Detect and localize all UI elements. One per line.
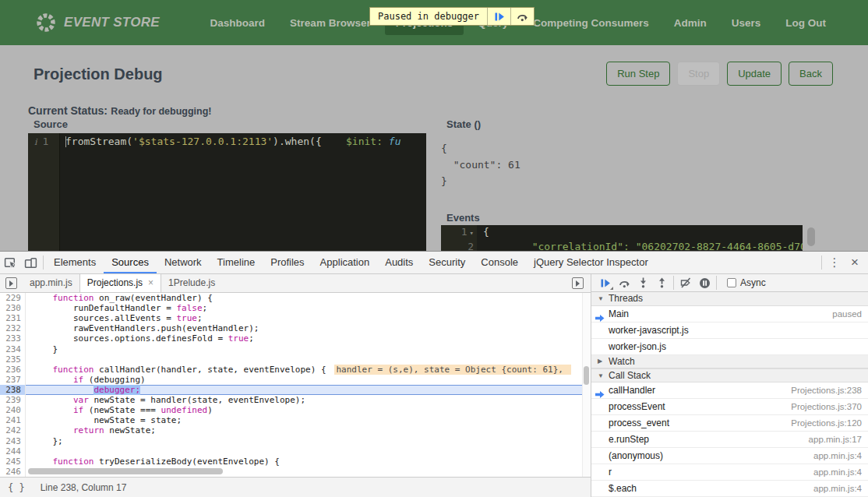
async-checkbox[interactable] [727,278,736,287]
brand-text: EVENT STORE [64,15,160,30]
line-number-236[interactable]: 236 [0,365,26,375]
nav-item-stream-browser[interactable]: Stream Browser [279,11,382,35]
call-stack-section-header[interactable]: ▼ Call Stack [591,368,868,382]
device-toolbar-button[interactable] [20,252,41,273]
stack-frame-processevent[interactable]: processEventProjections.js:370 [591,399,868,415]
eventstore-brand[interactable]: EVENT STORE [35,0,160,45]
tab-application[interactable]: Application [312,252,378,273]
line-number-243[interactable]: 243 [0,436,26,446]
pause-on-exceptions-button[interactable] [695,274,714,291]
pretty-print-button[interactable]: { } [0,482,33,493]
step-over-icon [517,12,528,22]
thread-worker-json-js[interactable]: worker-json.js [591,339,868,355]
nav-item-users[interactable]: Users [721,11,772,35]
stack-frame-e-runstep[interactable]: e.runStepapp.min.js:17 [591,432,868,448]
file-tab-app-min-js[interactable]: app.min.js [23,274,79,292]
line-number-238[interactable]: 238 [0,385,26,395]
vertical-scrollbar[interactable] [582,293,591,477]
tab-console[interactable]: Console [473,252,526,273]
watch-section-header[interactable]: ▶ Watch [591,355,868,369]
editor-status-bar: { } Line 238, Column 17 [0,477,591,497]
line-number-245[interactable]: 245 [0,456,26,467]
inspect-element-button[interactable] [0,252,20,273]
tab-timeline[interactable]: Timeline [210,252,263,273]
events-line-number: 1▾ [441,225,477,240]
source-code-editor[interactable]: i1 fromStream('$stats-127.0.0.1:2113').w… [28,133,426,251]
line-number-241[interactable]: 241 [0,415,26,425]
line-number-240[interactable]: 240 [0,405,26,415]
back-button[interactable]: Back [789,62,833,86]
deactivate-breakpoints-button[interactable] [676,274,695,291]
step-over-button[interactable] [615,274,633,291]
line-number-235[interactable]: 235 [0,354,26,365]
stack-frame-r[interactable]: rapp.min.js:4 [591,464,868,481]
line-number-230[interactable]: 230 [0,303,26,313]
stack-frame-callhandler[interactable]: callHandlerProjections.js:238 [591,382,868,399]
async-checkbox-wrap[interactable]: Async [727,277,766,288]
tab-network[interactable]: Network [157,252,210,273]
line-number-246[interactable]: 246 [0,467,26,477]
file-tab-projections-js[interactable]: Projections.js× [79,274,161,292]
current-position-arrow-icon [595,315,605,322]
tab-audits[interactable]: Audits [377,252,421,273]
events-scrollbar-thumb[interactable] [807,227,815,246]
fold-marker-icon[interactable]: ▾ [470,229,474,237]
resume-script-button[interactable] [487,8,510,25]
nav-item-admin[interactable]: Admin [663,11,718,35]
gutter-info-marker: i [34,137,37,147]
file-tab-1prelude-js[interactable]: 1Prelude.js [161,274,222,292]
close-devtools-icon[interactable]: × [845,252,865,273]
debugger-sidebar: Async ▼ Threads Mainpausedworker-javascr… [591,274,868,497]
tab-security[interactable]: Security [421,252,473,273]
horizontal-scrollbar-thumb[interactable] [28,468,223,474]
line-number-237[interactable]: 237 [0,375,26,385]
stack-frame-process-event[interactable]: process_eventProjections.js:120 [591,415,868,432]
run-step-button[interactable]: Run Step [606,62,670,86]
thread-worker-javascript-js[interactable]: worker-javascript.js [591,323,868,339]
close-tab-icon[interactable]: × [148,277,153,288]
chevron-down-icon: ▼ [598,295,604,302]
nav-item-log-out[interactable]: Log Out [774,11,837,35]
line-number-231[interactable]: 231 [0,313,26,323]
tab-sources[interactable]: Sources [104,252,157,273]
stack-frame-each[interactable]: $.eachapp.min.js:4 [591,481,868,497]
stack-frame-anonymous[interactable]: (anonymous)app.min.js:4 [591,448,868,464]
step-into-icon [638,277,648,288]
resume-icon [600,278,611,288]
line-number-234[interactable]: 234 [0,344,26,354]
current-status: Current Status: Ready for debugging! [28,104,212,118]
step-over-button[interactable] [510,8,534,25]
tab-jquery-selector-inspector[interactable]: jQuery Selector Inspector [526,252,656,273]
events-editor[interactable]: 1▾{2 "correlationId": "06202702-8827-446… [441,225,803,251]
editor-panel-toggle-icon[interactable] [572,277,584,289]
update-button[interactable]: Update [727,62,782,86]
current-status-value: Ready for debugging! [111,106,211,117]
line-number-244[interactable]: 244 [0,446,26,456]
resume-dropdown-corner [610,287,613,290]
navigator-toggle-icon[interactable] [5,277,17,289]
line-number-232[interactable]: 232 [0,323,26,333]
step-out-button[interactable] [652,274,671,291]
step-into-button[interactable] [633,274,652,291]
thread-main[interactable]: Mainpaused [591,306,868,323]
toolbar-divider [43,256,44,270]
thread-status-badge: paused [832,309,862,319]
threads-section-header[interactable]: ▼ Threads [591,292,868,306]
tab-profiles[interactable]: Profiles [263,252,312,273]
line-number-233[interactable]: 233 [0,333,26,344]
frame-location: Projections.js:370 [791,402,862,411]
line-number-242[interactable]: 242 [0,425,26,435]
resume-button[interactable] [596,274,615,291]
line-number-229[interactable]: 229 [0,293,26,303]
tab-elements[interactable]: Elements [46,252,104,273]
vertical-scrollbar-thumb[interactable] [584,366,589,385]
code-editor[interactable]: 229 function on_raw(eventHandler) {230 r… [0,293,591,477]
stop-button[interactable]: Stop [677,62,720,86]
code-line-241: 241 newState = state; [0,415,591,425]
current-position-arrow-icon [595,391,605,398]
nav-item-dashboard[interactable]: Dashboard [199,11,277,35]
line-number-239[interactable]: 239 [0,395,26,405]
more-options-icon[interactable]: ⋮ [824,252,845,273]
nav-item-competing-consumers[interactable]: Competing Consumers [522,11,660,35]
inline-value-annotation: handler = (s,e), state = Object {count: … [334,365,571,375]
